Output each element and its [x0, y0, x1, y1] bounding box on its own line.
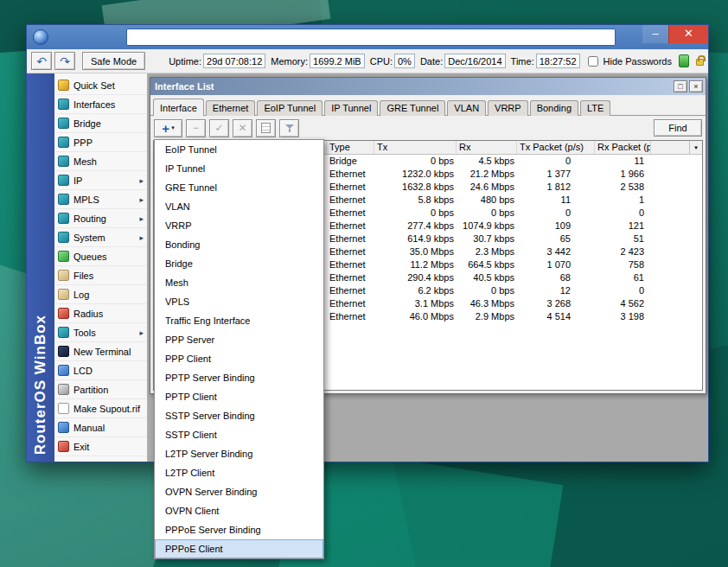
- menu-item-vlan[interactable]: VLAN: [155, 197, 323, 216]
- minimize-button[interactable]: –: [642, 25, 668, 43]
- sidebar-item-quick-set[interactable]: Quick Set: [54, 76, 147, 95]
- close-icon: ✕: [684, 25, 693, 41]
- disable-button[interactable]: ✕: [233, 119, 252, 137]
- cell-type: Ethernet: [327, 181, 374, 194]
- menu-item-ovpn-server-binding[interactable]: OVPN Server Binding: [155, 482, 323, 501]
- sidebar-item-log[interactable]: Log: [54, 285, 147, 304]
- redo-button[interactable]: ↷: [54, 52, 75, 70]
- menu-item-traffic-eng-interface[interactable]: Traffic Eng Interface: [155, 311, 323, 330]
- remove-button[interactable]: −: [186, 119, 206, 137]
- uptime-label: Uptime:: [169, 56, 201, 67]
- menu-item-gre-tunnel[interactable]: GRE Tunnel: [155, 178, 323, 197]
- sidebar-item-exit[interactable]: Exit: [54, 437, 147, 456]
- menu-item-l2tp-server-binding[interactable]: L2TP Server Binding: [155, 444, 323, 463]
- tab-interface[interactable]: Interface: [153, 99, 204, 116]
- menu-item-pppoe-server-binding[interactable]: PPPoE Server Binding: [155, 520, 323, 539]
- column-header-type[interactable]: Type: [327, 141, 374, 154]
- cell-type: Ethernet: [327, 245, 374, 258]
- cell-tx: 0 bps: [374, 155, 457, 168]
- sidebar-item-files[interactable]: Files: [54, 266, 147, 285]
- menu-item-pptp-server-binding[interactable]: PPTP Server Binding: [155, 368, 323, 387]
- sidebar-item-lcd[interactable]: LCD: [54, 361, 147, 380]
- menu-item-ppp-client[interactable]: PPP Client: [155, 349, 323, 368]
- sidebar-item-mesh[interactable]: Mesh: [54, 152, 147, 171]
- tab-vrrp[interactable]: VRRP: [488, 100, 528, 116]
- sidebar-item-manual[interactable]: Manual: [54, 418, 147, 437]
- menu-item-bridge[interactable]: Bridge: [155, 254, 323, 273]
- menu-item-eoip-tunnel[interactable]: EoIP Tunnel: [155, 140, 323, 159]
- menu-item-vpls[interactable]: VPLS: [155, 292, 323, 311]
- sidebar-item-tools[interactable]: Tools ▸: [54, 323, 147, 342]
- log-icon: [58, 289, 69, 300]
- tab-lte[interactable]: LTE: [580, 100, 610, 116]
- sidebar-item-interfaces[interactable]: Interfaces: [54, 95, 147, 114]
- menu-item-pptp-client[interactable]: PPTP Client: [155, 387, 323, 406]
- sidebar-item-mpls[interactable]: MPLS ▸: [54, 190, 147, 209]
- column-header-tx-packet[interactable]: Tx Packet (p/s): [517, 141, 595, 154]
- sidebar-item-ppp[interactable]: PPP: [54, 133, 147, 152]
- menu-item-sstp-client[interactable]: SSTP Client: [155, 425, 323, 444]
- column-chooser-button[interactable]: ▾: [689, 141, 702, 155]
- cell-tx: 35.0 Mbps: [374, 245, 457, 258]
- menu-item-vrrp[interactable]: VRRP: [155, 216, 323, 235]
- sidebar-item-system[interactable]: System ▸: [54, 228, 147, 247]
- cell-tx-packet: 109: [517, 220, 595, 233]
- hide-passwords-label: Hide Passwords: [603, 56, 672, 67]
- terminal-icon: [58, 346, 69, 357]
- cell-type: Ethernet: [327, 297, 374, 310]
- sidebar-item-bridge[interactable]: Bridge: [54, 114, 147, 133]
- restore-button[interactable]: □: [674, 80, 687, 92]
- sidebar-item-make-supout[interactable]: Make Supout.rif: [54, 399, 147, 418]
- undo-button[interactable]: ↶: [31, 52, 52, 70]
- queues-icon: [58, 251, 69, 262]
- window-titlebar[interactable]: – ✕: [27, 25, 708, 49]
- menu-item-mesh[interactable]: Mesh: [155, 273, 323, 292]
- column-header-rx-packet[interactable]: Rx Packet (p/s): [595, 141, 651, 154]
- hide-passwords-checkbox[interactable]: [588, 56, 598, 67]
- close-icon: ×: [693, 83, 698, 91]
- sidebar-item-radius[interactable]: Radius: [54, 304, 147, 323]
- menu-item-ip-tunnel[interactable]: IP Tunnel: [155, 159, 323, 178]
- close-child-button[interactable]: ×: [689, 80, 703, 92]
- safe-mode-button[interactable]: Safe Mode: [82, 52, 145, 70]
- plus-icon: +: [162, 122, 169, 135]
- find-button[interactable]: Find: [654, 119, 702, 137]
- cell-rx: 30.7 kbps: [457, 233, 517, 245]
- menu-item-pppoe-client[interactable]: PPPoE Client: [155, 539, 323, 558]
- sidebar-item-ip[interactable]: IP ▸: [54, 171, 147, 190]
- enable-button[interactable]: ✓: [209, 119, 229, 137]
- cell-type: Ethernet: [327, 168, 374, 181]
- cell-rx: 24.6 Mbps: [457, 181, 517, 194]
- add-interface-button[interactable]: + ▾: [154, 119, 182, 137]
- comment-button[interactable]: [256, 119, 276, 137]
- tab-ethernet[interactable]: Ethernet: [206, 100, 256, 116]
- filter-button[interactable]: [279, 119, 299, 137]
- column-header-rx[interactable]: Rx: [457, 141, 517, 154]
- cell-rx: 2.9 Mbps: [457, 310, 517, 323]
- tab-vlan[interactable]: VLAN: [447, 100, 486, 116]
- sidebar-item-new-terminal[interactable]: New Terminal: [54, 342, 147, 361]
- tab-ip-tunnel[interactable]: IP Tunnel: [324, 100, 378, 116]
- menu-item-bonding[interactable]: Bonding: [155, 235, 323, 254]
- cell-rx: 40.5 kbps: [457, 271, 517, 284]
- tab-bonding[interactable]: Bonding: [530, 100, 578, 116]
- cell-tx-packet: 4 514: [517, 310, 595, 323]
- quick-set-icon: [58, 80, 69, 91]
- chevron-right-icon: ▸: [139, 176, 144, 185]
- sidebar-item-routing[interactable]: Routing ▸: [54, 209, 147, 228]
- session-title-input[interactable]: [126, 29, 616, 46]
- uptime-value: 29d 07:08:12: [203, 54, 265, 68]
- tab-gre-tunnel[interactable]: GRE Tunnel: [380, 100, 445, 116]
- tab-eoip-tunnel[interactable]: EoIP Tunnel: [257, 100, 322, 116]
- menu-item-ovpn-client[interactable]: OVPN Client: [155, 501, 323, 520]
- menu-item-l2tp-client[interactable]: L2TP Client: [155, 463, 323, 482]
- close-button[interactable]: ✕: [668, 25, 708, 43]
- sidebar-item-partition[interactable]: Partition: [54, 380, 147, 399]
- menu-item-ppp-server[interactable]: PPP Server: [155, 330, 323, 349]
- partition-icon: [58, 384, 69, 395]
- interface-list-titlebar[interactable]: Interface List □ ×: [150, 78, 706, 95]
- menu-item-sstp-server-binding[interactable]: SSTP Server Binding: [155, 406, 323, 425]
- undo-icon: ↶: [36, 54, 47, 68]
- sidebar-item-queues[interactable]: Queues: [54, 247, 147, 266]
- column-header-tx[interactable]: Tx: [374, 141, 457, 154]
